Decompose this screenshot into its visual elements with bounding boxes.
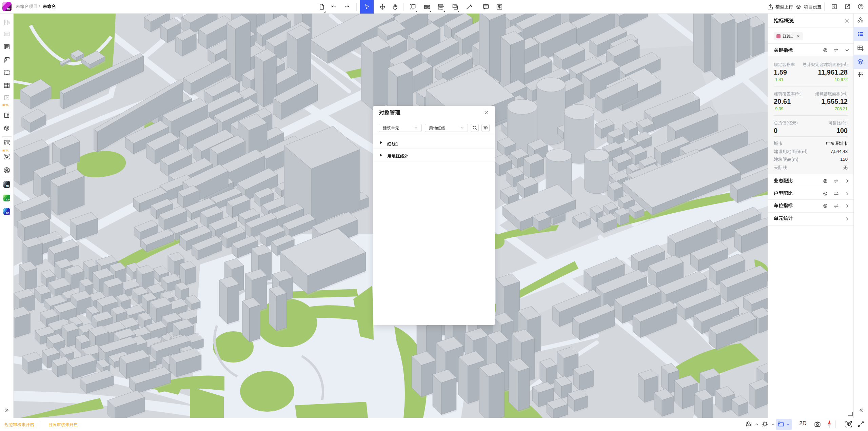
svg-text:MP: MP (7, 7, 12, 11)
svg-text:ME: ME (6, 185, 9, 187)
svg-text:BC: BC (6, 212, 9, 214)
svg-text:CM: CM (6, 198, 9, 201)
